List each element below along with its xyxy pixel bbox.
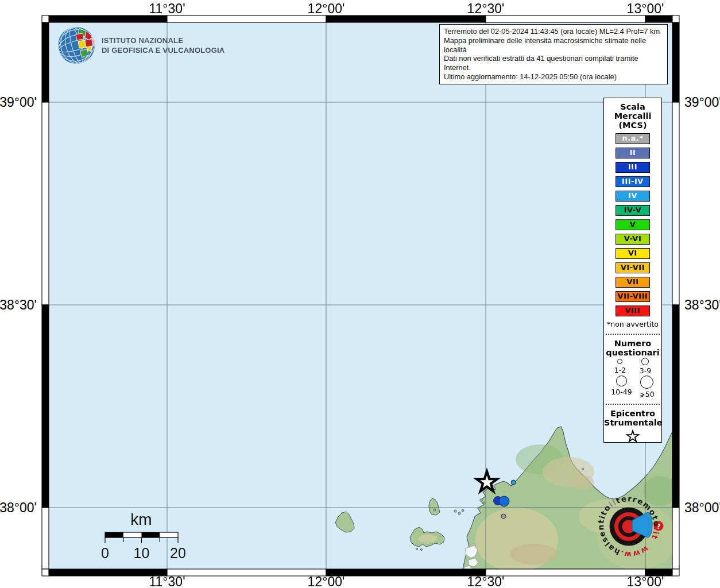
info-line-map: Mappa preliminare delle intensità macros…	[444, 36, 663, 55]
epicenter-title-line: Strumentale	[604, 418, 661, 427]
ingv-globe-icon	[56, 25, 96, 65]
size-circle	[640, 376, 653, 389]
mcs-chip-ii: II	[616, 148, 650, 158]
mcs-chip-vivii: VI-VII	[616, 262, 650, 273]
axis-label-left: 39°00'	[0, 95, 37, 110]
mcs-chip-viii: VIII	[616, 305, 650, 316]
seismic-intensity-map-page: km 01020 ? www.haisentitoilterremoto.it	[0, 0, 720, 588]
axis-label-top: 12°00'	[308, 1, 345, 17]
mcs-chip-v: V	[616, 219, 650, 230]
size-circle	[617, 359, 622, 364]
scale-bar-tick-label: 20	[170, 545, 186, 561]
info-line-update: Ultimo aggiornamento: 14-12-2025 05:50 (…	[444, 72, 663, 82]
size-circle	[641, 358, 649, 365]
mcs-chip-iv: IV	[616, 191, 650, 202]
questionnaire-size-item: ⩾50	[639, 375, 654, 399]
mcs-chip-iii: III	[616, 162, 650, 173]
scale-bar-unit: km	[130, 510, 152, 528]
legend-divider	[606, 404, 660, 405]
questionnaire-size-item: 1-2	[614, 357, 626, 375]
axis-label-bottom: 11°30'	[149, 574, 185, 588]
size-circle-label: 10-49	[611, 388, 632, 396]
legend-title-line: Mercalli	[604, 111, 661, 121]
ingv-name-line1: ISTITUTO NAZIONALE	[102, 36, 224, 45]
mcs-chip-iiiiv: III-IV	[616, 176, 650, 187]
mcs-chip-vvi: V-VI	[616, 234, 650, 245]
axis-label-bottom: 13°00'	[627, 574, 664, 588]
questionnaire-title-line: questionari	[604, 348, 661, 357]
legend-divider	[606, 334, 660, 335]
axis-label-right: 38°30'	[684, 297, 720, 313]
size-circle-label: 3-9	[640, 366, 651, 375]
questionnaire-title-line: Numero	[604, 339, 661, 348]
axis-label-bottom: 12°30'	[467, 574, 505, 588]
axis-label-bottom: 12°00'	[308, 574, 345, 588]
axis-label-top: 13°00'	[627, 1, 664, 17]
ingv-name-line2: DI GEOFISICA E VULCANOLOGIA	[102, 45, 224, 55]
info-line-event: Terremoto del 02-05-2024 11:43:45 (ora l…	[444, 27, 663, 36]
scale-bar-tick-label: 10	[134, 545, 150, 561]
epicenter-title-line: Epicentro	[604, 409, 661, 418]
axis-label-top: 11°30'	[149, 1, 185, 17]
size-circle	[616, 376, 627, 386]
questionnaire-size-item: 10-49	[611, 375, 632, 399]
epicenter-star-legend-icon	[625, 430, 640, 443]
intensity-point-iv	[511, 480, 516, 485]
earthquake-info-box: Terremoto del 02-05-2024 11:43:45 (ora l…	[439, 24, 668, 84]
questionnaire-size-item: 3-9	[640, 357, 651, 375]
intensity-point-na	[501, 514, 506, 519]
ingv-logo: ISTITUTO NAZIONALE DI GEOFISICA E VULCAN…	[56, 25, 224, 65]
size-circle-label: 1-2	[614, 366, 626, 374]
mcs-chip-viiviii: VII-VIII	[616, 291, 650, 302]
axis-label-top: 12°30'	[467, 1, 505, 17]
legend-panel: Scala Mercalli (MCS) n.a.*IIIIIIII-IVIVI…	[603, 98, 662, 443]
mcs-chip-vii: VII	[616, 277, 650, 288]
axis-label-left: 38°30'	[0, 297, 37, 313]
legend-title-line: Scala	[604, 98, 661, 111]
axis-label-right: 39°00'	[684, 95, 720, 110]
legend-footnote: *non avvertito	[604, 320, 661, 328]
legend-title-line: (MCS)	[604, 121, 661, 130]
size-circle-label: ⩾50	[639, 390, 654, 399]
mcs-scale-chips: n.a.*IIIIIIII-IVIVIV-VVV-VIVIVI-VIIVIIVI…	[604, 133, 661, 316]
axis-label-left: 38°00'	[0, 500, 37, 516]
questionnaire-size-key: 1-23-910-49⩾50	[604, 357, 661, 399]
info-line-data: Dati non verificati estratti da 41 quest…	[444, 54, 663, 72]
mcs-chip-na: n.a.*	[616, 133, 650, 144]
scale-bar-tick-label: 0	[101, 545, 109, 561]
mcs-chip-vi: VI	[616, 248, 650, 259]
axis-label-right: 38°00'	[684, 500, 720, 516]
mcs-chip-ivv: IV-V	[616, 205, 650, 216]
intensity-point-iiiiv	[499, 496, 509, 506]
